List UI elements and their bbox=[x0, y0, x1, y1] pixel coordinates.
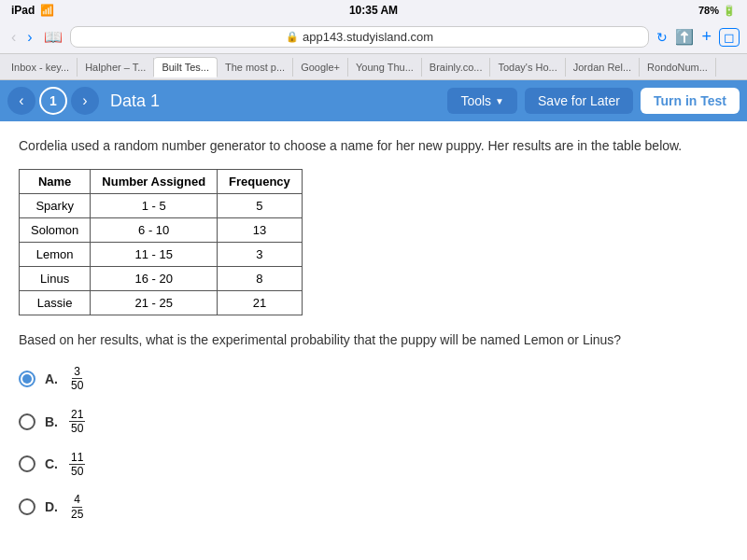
cell-name: Sparky bbox=[20, 194, 91, 218]
lock-icon: 🔒 bbox=[286, 31, 299, 43]
fraction-D: 425 bbox=[69, 493, 85, 521]
choice-label-B: B. bbox=[45, 414, 58, 429]
app-toolbar: ‹ 1 › Data 1 Tools ▼ Save for Later Turn… bbox=[0, 80, 747, 121]
fraction-C: 1150 bbox=[69, 451, 85, 479]
cell-freq: 3 bbox=[218, 243, 303, 267]
tab-rondo[interactable]: RondoNum... bbox=[640, 58, 716, 77]
choice-label-D: D. bbox=[45, 499, 58, 514]
wifi-icon: 📶 bbox=[40, 4, 54, 17]
answer-choice-B[interactable]: B.2150 bbox=[19, 408, 728, 436]
status-right: 78% 🔋 bbox=[698, 5, 736, 17]
table-row: Sparky1 - 55 bbox=[20, 194, 303, 218]
fraction-B: 2150 bbox=[69, 408, 85, 436]
numerator-C: 11 bbox=[69, 451, 85, 465]
numerator-D: 4 bbox=[72, 493, 82, 507]
tab-google[interactable]: Google+ bbox=[293, 58, 348, 77]
new-tab-button[interactable]: + bbox=[701, 27, 712, 47]
answer-choice-D[interactable]: D.425 bbox=[19, 493, 728, 521]
col-name-header: Name bbox=[20, 170, 91, 194]
radio-C[interactable] bbox=[19, 455, 35, 472]
table-row: Lassie21 - 2521 bbox=[20, 291, 303, 315]
status-bar: iPad 📶 10:35 AM 78% 🔋 bbox=[0, 0, 747, 21]
tab-todaysho[interactable]: Today's Ho... bbox=[490, 58, 565, 77]
address-bar[interactable]: 🔒 app143.studyisland.com bbox=[70, 26, 650, 48]
status-left: iPad 📶 bbox=[11, 4, 54, 17]
nav-buttons: ‹ › bbox=[7, 27, 36, 48]
toolbar-right: Tools ▼ Save for Later Turn in Test bbox=[447, 88, 740, 114]
cell-range: 1 - 5 bbox=[91, 194, 218, 218]
tab-builttest[interactable]: Built Tes... bbox=[154, 57, 218, 77]
device-label: iPad bbox=[11, 4, 35, 17]
cell-freq: 13 bbox=[218, 218, 303, 243]
url-text: app143.studyisland.com bbox=[303, 30, 433, 44]
cell-range: 16 - 20 bbox=[91, 267, 218, 291]
answer-choices: A.350B.2150C.1150D.425 bbox=[19, 365, 728, 521]
save-later-button[interactable]: Save for Later bbox=[525, 88, 633, 114]
tab-brainly[interactable]: Brainly.co... bbox=[422, 58, 491, 77]
answer-choice-C[interactable]: C.1150 bbox=[19, 451, 728, 479]
cell-name: Solomon bbox=[20, 218, 91, 243]
tools-label: Tools bbox=[460, 93, 491, 108]
cell-freq: 8 bbox=[218, 267, 303, 291]
denominator-B: 50 bbox=[69, 422, 85, 435]
status-time: 10:35 AM bbox=[349, 4, 398, 17]
denominator-C: 50 bbox=[69, 465, 85, 478]
radio-A[interactable] bbox=[19, 371, 35, 387]
tab-bar: Inbox - key... Halpher – T... Built Tes.… bbox=[0, 54, 747, 80]
prev-question-button[interactable]: ‹ bbox=[7, 87, 35, 115]
cell-name: Lassie bbox=[20, 291, 91, 315]
question-intro: Cordelia used a random number generator … bbox=[19, 136, 728, 156]
cell-name: Lemon bbox=[20, 243, 91, 267]
toolbar-title: Data 1 bbox=[110, 91, 447, 111]
tab-young[interactable]: Young Thu... bbox=[348, 58, 422, 77]
radio-inner-A bbox=[22, 374, 32, 384]
battery-level: 78% bbox=[698, 5, 719, 16]
choice-label-C: C. bbox=[45, 456, 58, 471]
fraction-A: 350 bbox=[69, 365, 85, 393]
tab-jordan[interactable]: Jordan Rel... bbox=[566, 58, 640, 77]
denominator-A: 50 bbox=[69, 379, 85, 392]
bookmarks-icon[interactable]: 📖 bbox=[44, 28, 63, 46]
radio-B[interactable] bbox=[19, 413, 35, 430]
cell-name: Linus bbox=[20, 267, 91, 291]
tab-halpher[interactable]: Halpher – T... bbox=[78, 58, 154, 77]
table-row: Lemon11 - 153 bbox=[20, 243, 303, 267]
reload-button[interactable]: ↻ bbox=[656, 30, 668, 45]
tab-mostp[interactable]: The most p... bbox=[218, 58, 293, 77]
cell-range: 21 - 25 bbox=[91, 291, 218, 315]
table-row: Linus16 - 208 bbox=[20, 267, 303, 291]
back-button[interactable]: ‹ bbox=[7, 27, 20, 48]
cell-range: 6 - 10 bbox=[91, 218, 218, 243]
col-number-header: Number Assigned bbox=[91, 170, 218, 194]
radio-D[interactable] bbox=[19, 498, 35, 515]
forward-button[interactable]: › bbox=[23, 27, 35, 48]
battery-icon: 🔋 bbox=[723, 5, 736, 17]
answer-choice-A[interactable]: A.350 bbox=[19, 365, 728, 393]
numerator-A: 3 bbox=[72, 365, 82, 379]
cell-freq: 21 bbox=[218, 291, 303, 315]
denominator-D: 25 bbox=[69, 508, 85, 521]
col-freq-header: Frequency bbox=[218, 170, 303, 194]
cell-range: 11 - 15 bbox=[91, 243, 218, 267]
main-content: Cordelia used a random number generator … bbox=[0, 121, 747, 560]
tools-button[interactable]: Tools ▼ bbox=[447, 88, 517, 114]
turn-in-button[interactable]: Turn in Test bbox=[641, 88, 740, 114]
browser-chrome: ‹ › 📖 🔒 app143.studyisland.com ↻ ⬆️ + ◻ bbox=[0, 21, 747, 54]
page-number: 1 bbox=[39, 87, 67, 115]
toolbar-nav: ‹ 1 › bbox=[7, 87, 99, 115]
numerator-B: 21 bbox=[69, 408, 85, 422]
tabs-button[interactable]: ◻ bbox=[719, 28, 740, 47]
data-table: Name Number Assigned Frequency Sparky1 -… bbox=[19, 169, 303, 315]
table-row: Solomon6 - 1013 bbox=[20, 218, 303, 243]
tab-inbox[interactable]: Inbox - key... bbox=[4, 58, 78, 77]
cell-freq: 5 bbox=[218, 194, 303, 218]
share-button[interactable]: ⬆️ bbox=[675, 28, 694, 46]
choice-label-A: A. bbox=[45, 371, 58, 386]
followup-question: Based on her results, what is the experi… bbox=[19, 330, 728, 350]
next-question-button[interactable]: › bbox=[71, 87, 99, 115]
tools-caret-icon: ▼ bbox=[495, 96, 504, 106]
